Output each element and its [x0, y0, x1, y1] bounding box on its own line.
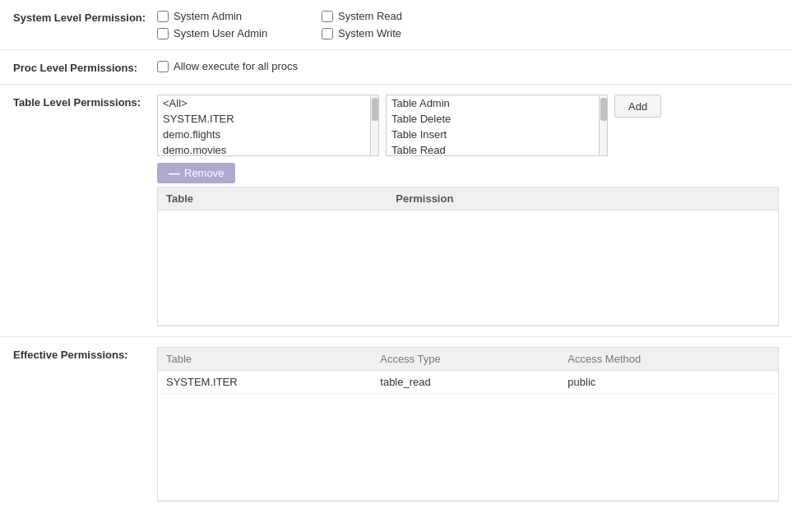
system-level-label: System Level Permission:: [13, 10, 157, 24]
table-col-header: Table: [158, 187, 387, 210]
list-item[interactable]: Table Admin: [387, 95, 599, 111]
permission-list-scrollbar[interactable]: [600, 95, 608, 156]
proc-level-section: Proc Level Permissions: Allow execute fo…: [0, 49, 792, 84]
table-list-box[interactable]: <All> SYSTEM.ITER demo.flights demo.movi…: [157, 95, 371, 156]
allow-exec-label: Allow execute for all procs: [174, 60, 298, 72]
system-write-checkbox[interactable]: [322, 28, 333, 39]
effective-permissions-content: Table Access Type Access Method SYSTEM.I…: [157, 347, 779, 502]
table-list-scrollbar-thumb: [372, 98, 378, 121]
eff-table-cell: SYSTEM.ITER: [158, 371, 372, 394]
permission-col-header: Permission: [387, 187, 778, 210]
permission-list-box[interactable]: Table Admin Table Delete Table Insert Ta…: [386, 95, 600, 156]
eff-access-method-cell: public: [559, 371, 778, 394]
list-item[interactable]: Table Delete: [387, 111, 599, 127]
eff-access-type-cell: table_read: [372, 371, 559, 394]
checkbox-system-write[interactable]: System Write: [322, 27, 486, 39]
eff-table-col-header: Table: [158, 348, 372, 371]
list-item[interactable]: demo.flights: [158, 127, 370, 142]
effective-permissions-section: Effective Permissions: Table Access Type…: [0, 336, 792, 511]
effective-permissions-label: Effective Permissions:: [13, 347, 157, 361]
checkbox-system-admin[interactable]: System Admin: [157, 10, 322, 22]
remove-bar: — Remove: [157, 163, 779, 183]
system-admin-checkbox[interactable]: [157, 11, 169, 22]
system-admin-label: System Admin: [174, 10, 242, 22]
table-level-label: Table Level Permissions:: [13, 95, 157, 109]
system-user-admin-checkbox[interactable]: [157, 28, 169, 39]
remove-button-label: Remove: [184, 167, 224, 179]
remove-button[interactable]: — Remove: [157, 163, 235, 183]
table-list-wrapper: <All> SYSTEM.ITER demo.flights demo.movi…: [157, 95, 379, 156]
list-item[interactable]: Table Read: [387, 142, 599, 156]
permission-list-wrapper: Table Admin Table Delete Table Insert Ta…: [386, 95, 608, 156]
system-write-label: System Write: [338, 27, 401, 39]
proc-level-label: Proc Level Permissions:: [13, 60, 157, 74]
system-checkboxes-grid: System Admin System Read System User Adm…: [157, 10, 779, 39]
table-list-scrollbar[interactable]: [371, 95, 379, 156]
table-level-section: Table Level Permissions: <All> SYSTEM.IT…: [0, 84, 792, 336]
table-level-content: <All> SYSTEM.ITER demo.flights demo.movi…: [157, 95, 779, 326]
checkbox-system-user-admin[interactable]: System User Admin: [157, 27, 322, 39]
proc-level-content: Allow execute for all procs: [157, 60, 779, 72]
eff-access-type-col-header: Access Type: [372, 348, 559, 371]
list-item[interactable]: <All>: [158, 95, 370, 111]
add-button[interactable]: Add: [614, 95, 661, 118]
permission-list-scrollbar-thumb: [600, 98, 607, 121]
checkbox-allow-exec[interactable]: Allow execute for all procs: [157, 60, 779, 72]
minus-icon: —: [169, 168, 180, 179]
system-level-content: System Admin System Read System User Adm…: [157, 10, 779, 39]
table-permissions-wrapper: Table Permission: [157, 187, 779, 326]
effective-table-wrapper: Table Access Type Access Method SYSTEM.I…: [157, 347, 779, 502]
system-read-checkbox[interactable]: [322, 11, 333, 22]
table-permissions-table: Table Permission: [158, 187, 778, 326]
table-selectors: <All> SYSTEM.ITER demo.flights demo.movi…: [157, 95, 779, 156]
effective-permissions-table: Table Access Type Access Method SYSTEM.I…: [158, 348, 778, 501]
list-item[interactable]: Table Insert: [387, 127, 599, 142]
system-user-admin-label: System User Admin: [174, 27, 267, 39]
list-item[interactable]: SYSTEM.ITER: [158, 111, 370, 127]
table-permissions-empty-row: [158, 210, 778, 326]
checkbox-system-read[interactable]: System Read: [322, 10, 486, 22]
system-level-section: System Level Permission: System Admin Sy…: [0, 0, 792, 49]
effective-permissions-row: SYSTEM.ITER table_read public: [158, 371, 778, 394]
system-read-label: System Read: [338, 10, 402, 22]
effective-permissions-empty-rows: [158, 394, 778, 501]
allow-exec-checkbox[interactable]: [157, 61, 169, 72]
eff-access-method-col-header: Access Method: [559, 348, 778, 371]
list-item[interactable]: demo.movies: [158, 142, 370, 156]
